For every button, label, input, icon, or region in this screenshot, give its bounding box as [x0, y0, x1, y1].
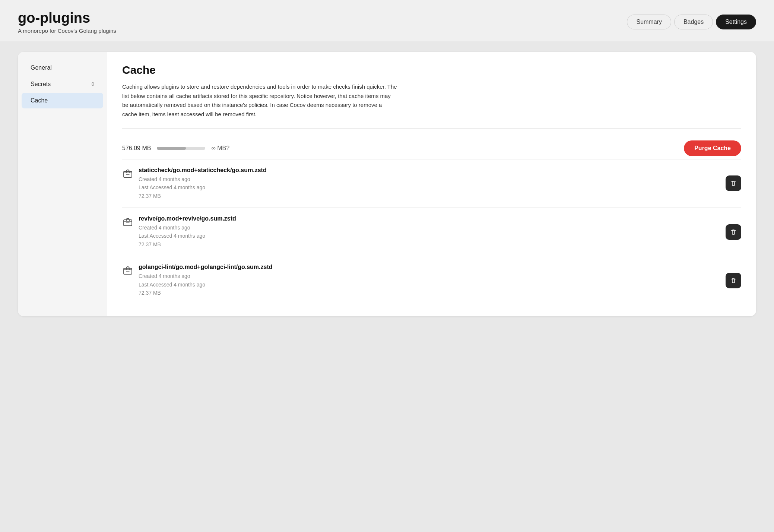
cache-item-size-1: 72.37 MB: [139, 193, 161, 199]
header-left: go-plugins A monorepo for Cocov's Golang…: [18, 10, 116, 34]
trash-icon-3: [730, 277, 737, 284]
app-title: go-plugins: [18, 10, 116, 26]
cache-item-created-2: Created 4 months ago: [139, 225, 190, 231]
nav-badges-button[interactable]: Badges: [674, 15, 713, 29]
cache-item-accessed-3: Last Accessed 4 months ago: [139, 282, 205, 288]
cache-limit: ∞ MB?: [211, 145, 229, 152]
trash-icon-2: [730, 229, 737, 235]
cache-item-info-1: staticcheck/go.mod+staticcheck/go.sum.zs…: [139, 167, 267, 200]
cache-item-info-3: golangci-lint/go.mod+golangci-lint/go.su…: [139, 264, 273, 297]
purge-cache-button[interactable]: Purge Cache: [684, 140, 741, 156]
cache-item-left-1: staticcheck/go.mod+staticcheck/go.sum.zs…: [122, 167, 267, 200]
cache-item-left-3: golangci-lint/go.mod+golangci-lint/go.su…: [122, 264, 273, 297]
cache-item-size-2: 72.37 MB: [139, 241, 161, 247]
delete-cache-item-2-button[interactable]: [726, 224, 741, 240]
cache-stats-left: 576.09 MB ∞ MB?: [122, 145, 229, 152]
cache-item-meta-2: Created 4 months ago Last Accessed 4 mon…: [139, 224, 236, 248]
settings-card: General Secrets 0 Cache Cache Caching al…: [18, 52, 756, 317]
sidebar-item-cache[interactable]: Cache: [22, 93, 103, 108]
sidebar-item-general-label: General: [31, 64, 52, 71]
sidebar-secrets-badge: 0: [92, 81, 94, 87]
sidebar-item-cache-label: Cache: [31, 97, 48, 104]
cache-item-name-3: golangci-lint/go.mod+golangci-lint/go.su…: [139, 264, 273, 270]
sidebar-item-general[interactable]: General: [22, 60, 103, 76]
cache-item: staticcheck/go.mod+staticcheck/go.sum.zs…: [122, 159, 741, 208]
sidebar-item-secrets-label: Secrets: [31, 81, 51, 88]
cache-item-3: golangci-lint/go.mod+golangci-lint/go.su…: [122, 256, 741, 304]
package-icon-2: [122, 216, 133, 229]
package-icon-1: [122, 168, 133, 180]
cache-used-size: 576.09 MB: [122, 145, 151, 152]
divider-1: [122, 128, 741, 129]
cache-item-meta-3: Created 4 months ago Last Accessed 4 mon…: [139, 272, 273, 297]
main-content: General Secrets 0 Cache Cache Caching al…: [0, 41, 774, 327]
content-area: Cache Caching allows plugins to store an…: [107, 52, 756, 317]
cache-item-created-1: Created 4 months ago: [139, 176, 190, 182]
nav-summary-button[interactable]: Summary: [627, 15, 671, 29]
cache-item-size-3: 72.37 MB: [139, 290, 161, 296]
header-nav: Summary Badges Settings: [627, 15, 756, 29]
sidebar-item-secrets[interactable]: Secrets 0: [22, 76, 103, 92]
content-description: Caching allows plugins to store and rest…: [122, 82, 398, 119]
cache-item-2: revive/go.mod+revive/go.sum.zstd Created…: [122, 208, 741, 256]
cache-stats-row: 576.09 MB ∞ MB? Purge Cache: [122, 137, 741, 159]
cache-item-name-2: revive/go.mod+revive/go.sum.zstd: [139, 215, 236, 222]
app-header: go-plugins A monorepo for Cocov's Golang…: [0, 0, 774, 41]
cache-item-accessed-1: Last Accessed 4 months ago: [139, 184, 205, 190]
package-icon-3: [122, 265, 133, 277]
delete-cache-item-3-button[interactable]: [726, 273, 741, 288]
cache-item-meta-1: Created 4 months ago Last Accessed 4 mon…: [139, 175, 267, 200]
cache-item-accessed-2: Last Accessed 4 months ago: [139, 233, 205, 239]
cache-progress-fill: [157, 147, 186, 150]
cache-item-created-3: Created 4 months ago: [139, 273, 190, 279]
trash-icon-1: [730, 180, 737, 187]
delete-cache-item-1-button[interactable]: [726, 175, 741, 191]
content-title: Cache: [122, 64, 741, 76]
cache-item-name-1: staticcheck/go.mod+staticcheck/go.sum.zs…: [139, 167, 267, 174]
cache-item-info-2: revive/go.mod+revive/go.sum.zstd Created…: [139, 215, 236, 248]
cache-progress-bar: [157, 147, 205, 150]
app-subtitle: A monorepo for Cocov's Golang plugins: [18, 28, 116, 34]
cache-item-left-2: revive/go.mod+revive/go.sum.zstd Created…: [122, 215, 236, 248]
nav-settings-button[interactable]: Settings: [716, 15, 756, 29]
sidebar: General Secrets 0 Cache: [18, 52, 107, 317]
